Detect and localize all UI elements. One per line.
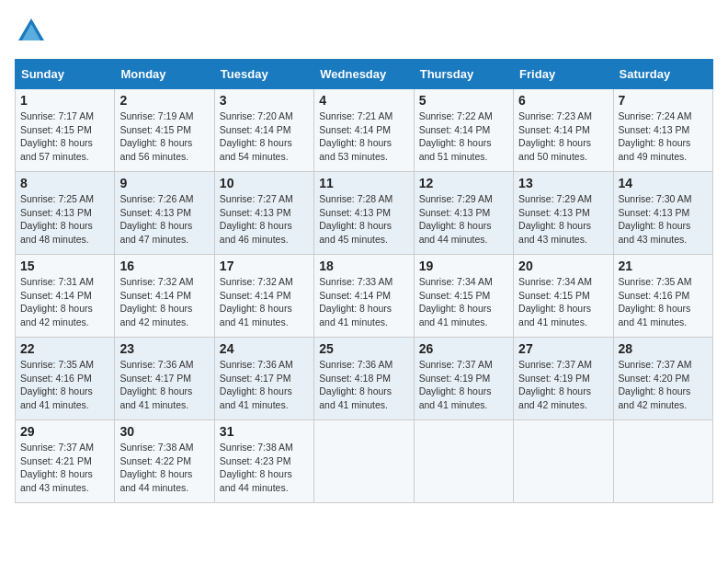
calendar-cell: 24 Sunrise: 7:36 AM Sunset: 4:17 PM Dayl… (214, 338, 313, 420)
day-info: Sunrise: 7:34 AM Sunset: 4:15 PM Dayligh… (419, 275, 508, 329)
day-info: Sunrise: 7:22 AM Sunset: 4:14 PM Dayligh… (419, 109, 508, 164)
day-info: Sunrise: 7:36 AM Sunset: 4:17 PM Dayligh… (119, 358, 209, 412)
day-info: Sunrise: 7:36 AM Sunset: 4:17 PM Dayligh… (220, 358, 309, 412)
calendar-cell: 16 Sunrise: 7:32 AM Sunset: 4:14 PM Dayl… (115, 255, 214, 338)
calendar-cell: 5 Sunrise: 7:22 AM Sunset: 4:14 PM Dayli… (414, 89, 513, 172)
calendar-cell: 11 Sunrise: 7:28 AM Sunset: 4:13 PM Dayl… (314, 172, 414, 255)
day-number: 11 (319, 176, 408, 190)
day-number: 24 (220, 341, 309, 356)
day-info: Sunrise: 7:36 AM Sunset: 4:18 PM Dayligh… (319, 358, 408, 412)
day-info: Sunrise: 7:21 AM Sunset: 4:14 PM Dayligh… (319, 109, 408, 164)
day-number: 31 (220, 424, 309, 439)
calendar-cell: 30 Sunrise: 7:38 AM Sunset: 4:22 PM Dayl… (115, 420, 214, 503)
calendar-week-row: 22 Sunrise: 7:35 AM Sunset: 4:16 PM Dayl… (16, 338, 713, 420)
day-number: 3 (220, 93, 309, 108)
day-number: 16 (119, 259, 209, 273)
calendar-cell: 26 Sunrise: 7:37 AM Sunset: 4:19 PM Dayl… (414, 338, 513, 420)
day-number: 7 (619, 93, 708, 108)
day-info: Sunrise: 7:33 AM Sunset: 4:14 PM Dayligh… (319, 275, 408, 329)
calendar-cell: 18 Sunrise: 7:33 AM Sunset: 4:14 PM Dayl… (314, 255, 414, 338)
day-info: Sunrise: 7:17 AM Sunset: 4:15 PM Dayligh… (20, 109, 109, 164)
day-of-week-header: Wednesday (314, 60, 414, 89)
day-number: 13 (518, 176, 608, 190)
calendar-cell: 19 Sunrise: 7:34 AM Sunset: 4:15 PM Dayl… (414, 255, 513, 338)
day-info: Sunrise: 7:27 AM Sunset: 4:13 PM Dayligh… (220, 192, 309, 247)
logo-icon (15, 15, 48, 48)
calendar-cell: 12 Sunrise: 7:29 AM Sunset: 4:13 PM Dayl… (414, 172, 513, 255)
calendar-cell: 8 Sunrise: 7:25 AM Sunset: 4:13 PM Dayli… (16, 172, 115, 255)
day-number: 10 (220, 176, 309, 190)
day-info: Sunrise: 7:32 AM Sunset: 4:14 PM Dayligh… (220, 275, 309, 329)
calendar-cell: 3 Sunrise: 7:20 AM Sunset: 4:14 PM Dayli… (214, 89, 313, 172)
calendar-cell: 28 Sunrise: 7:37 AM Sunset: 4:20 PM Dayl… (613, 338, 712, 420)
day-info: Sunrise: 7:31 AM Sunset: 4:14 PM Dayligh… (20, 275, 109, 329)
day-info: Sunrise: 7:24 AM Sunset: 4:13 PM Dayligh… (619, 109, 708, 164)
day-number: 12 (419, 176, 508, 190)
calendar-cell (414, 420, 513, 503)
day-info: Sunrise: 7:25 AM Sunset: 4:13 PM Dayligh… (20, 192, 109, 247)
day-number: 29 (20, 424, 109, 439)
calendar-week-row: 8 Sunrise: 7:25 AM Sunset: 4:13 PM Dayli… (16, 172, 713, 255)
calendar-cell: 7 Sunrise: 7:24 AM Sunset: 4:13 PM Dayli… (613, 89, 712, 172)
day-number: 14 (619, 176, 708, 190)
day-info: Sunrise: 7:37 AM Sunset: 4:21 PM Dayligh… (20, 441, 109, 495)
calendar-cell: 2 Sunrise: 7:19 AM Sunset: 4:15 PM Dayli… (115, 89, 214, 172)
day-info: Sunrise: 7:38 AM Sunset: 4:23 PM Dayligh… (220, 441, 309, 495)
calendar-cell (314, 420, 414, 503)
day-of-week-header: Saturday (613, 60, 712, 89)
day-info: Sunrise: 7:35 AM Sunset: 4:16 PM Dayligh… (20, 358, 109, 412)
day-info: Sunrise: 7:32 AM Sunset: 4:14 PM Dayligh… (119, 275, 209, 329)
day-number: 21 (619, 259, 708, 273)
day-number: 1 (20, 93, 109, 108)
day-number: 25 (319, 341, 408, 356)
day-number: 19 (419, 259, 508, 273)
calendar-week-row: 1 Sunrise: 7:17 AM Sunset: 4:15 PM Dayli… (16, 89, 713, 172)
day-number: 4 (319, 93, 408, 108)
day-number: 18 (319, 259, 408, 273)
day-number: 20 (518, 259, 608, 273)
day-number: 15 (20, 259, 109, 273)
calendar-cell: 4 Sunrise: 7:21 AM Sunset: 4:14 PM Dayli… (314, 89, 414, 172)
day-number: 30 (119, 424, 209, 439)
calendar-cell: 13 Sunrise: 7:29 AM Sunset: 4:13 PM Dayl… (514, 172, 613, 255)
day-info: Sunrise: 7:29 AM Sunset: 4:13 PM Dayligh… (419, 192, 508, 247)
calendar-week-row: 15 Sunrise: 7:31 AM Sunset: 4:14 PM Dayl… (16, 255, 713, 338)
calendar-cell: 1 Sunrise: 7:17 AM Sunset: 4:15 PM Dayli… (16, 89, 115, 172)
calendar-cell: 15 Sunrise: 7:31 AM Sunset: 4:14 PM Dayl… (16, 255, 115, 338)
day-number: 2 (119, 93, 209, 108)
day-info: Sunrise: 7:38 AM Sunset: 4:22 PM Dayligh… (119, 441, 209, 495)
day-info: Sunrise: 7:37 AM Sunset: 4:19 PM Dayligh… (518, 358, 608, 412)
calendar-cell (514, 420, 613, 503)
day-info: Sunrise: 7:34 AM Sunset: 4:15 PM Dayligh… (518, 275, 608, 329)
calendar-cell (613, 420, 712, 503)
day-number: 6 (518, 93, 608, 108)
calendar-table: SundayMondayTuesdayWednesdayThursdayFrid… (15, 59, 713, 503)
day-number: 9 (119, 176, 209, 190)
day-number: 5 (419, 93, 508, 108)
calendar-cell: 21 Sunrise: 7:35 AM Sunset: 4:16 PM Dayl… (613, 255, 712, 338)
calendar-cell: 23 Sunrise: 7:36 AM Sunset: 4:17 PM Dayl… (115, 338, 214, 420)
day-info: Sunrise: 7:26 AM Sunset: 4:13 PM Dayligh… (119, 192, 209, 247)
day-of-week-header: Sunday (16, 60, 115, 89)
day-number: 27 (518, 341, 608, 356)
day-number: 17 (220, 259, 309, 273)
logo (15, 15, 51, 48)
day-number: 28 (619, 341, 708, 356)
day-info: Sunrise: 7:28 AM Sunset: 4:13 PM Dayligh… (319, 192, 408, 247)
calendar-cell: 10 Sunrise: 7:27 AM Sunset: 4:13 PM Dayl… (214, 172, 313, 255)
day-info: Sunrise: 7:19 AM Sunset: 4:15 PM Dayligh… (119, 109, 209, 164)
day-info: Sunrise: 7:30 AM Sunset: 4:13 PM Dayligh… (619, 192, 708, 247)
day-number: 23 (119, 341, 209, 356)
calendar-cell: 29 Sunrise: 7:37 AM Sunset: 4:21 PM Dayl… (16, 420, 115, 503)
calendar-week-row: 29 Sunrise: 7:37 AM Sunset: 4:21 PM Dayl… (16, 420, 713, 503)
day-info: Sunrise: 7:37 AM Sunset: 4:19 PM Dayligh… (419, 358, 508, 412)
day-info: Sunrise: 7:20 AM Sunset: 4:14 PM Dayligh… (220, 109, 309, 164)
day-info: Sunrise: 7:35 AM Sunset: 4:16 PM Dayligh… (619, 275, 708, 329)
day-of-week-header: Thursday (414, 60, 513, 89)
day-number: 8 (20, 176, 109, 190)
calendar-cell: 20 Sunrise: 7:34 AM Sunset: 4:15 PM Dayl… (514, 255, 613, 338)
calendar-cell: 27 Sunrise: 7:37 AM Sunset: 4:19 PM Dayl… (514, 338, 613, 420)
calendar-cell: 6 Sunrise: 7:23 AM Sunset: 4:14 PM Dayli… (514, 89, 613, 172)
calendar-cell: 17 Sunrise: 7:32 AM Sunset: 4:14 PM Dayl… (214, 255, 313, 338)
day-info: Sunrise: 7:29 AM Sunset: 4:13 PM Dayligh… (518, 192, 608, 247)
